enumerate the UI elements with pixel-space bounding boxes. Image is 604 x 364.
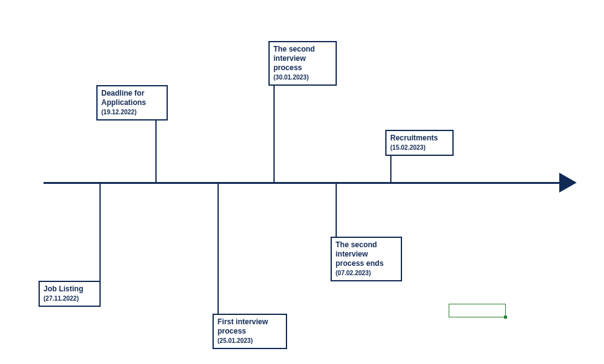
date-recruitments: (15.02.2023) [390, 144, 449, 151]
card-recruitments: Recruitments (15.02.2023) [385, 130, 454, 156]
timeline-arrow-icon [559, 173, 577, 193]
card-first-interview: First interview process (25.01.2023) [213, 314, 287, 349]
timeline-axis [43, 182, 559, 184]
title-recruitments: Recruitments [390, 134, 449, 143]
connector-second-ends [336, 184, 337, 237]
connector-first-interview [217, 184, 219, 314]
connector-second-interview [273, 81, 275, 183]
date-second-interview: (30.01.2023) [273, 74, 332, 81]
card-job-listing: Job Listing (27.11.2022) [39, 281, 101, 307]
connector-job-listing [99, 184, 101, 281]
selection-rectangle[interactable] [449, 304, 506, 317]
card-second-interview: The second interview process (30.01.2023… [268, 41, 337, 86]
title-first-interview: First interview process [217, 317, 282, 336]
resize-handle-icon[interactable] [504, 316, 507, 319]
connector-deadline [155, 116, 157, 183]
title-deadline: Deadline for Applications [101, 89, 163, 107]
card-second-ends: The second interview process ends (07.02… [331, 237, 402, 281]
title-second-interview: The second interview process [273, 45, 332, 73]
title-job-listing: Job Listing [43, 284, 96, 294]
connector-recruitments [390, 152, 391, 183]
card-deadline: Deadline for Applications (19.12.2022) [96, 85, 168, 121]
title-second-ends: The second interview process ends [336, 240, 397, 268]
date-job-listing: (27.11.2022) [43, 295, 96, 302]
date-first-interview: (25.01.2023) [217, 337, 282, 344]
date-deadline: (19.12.2022) [101, 109, 163, 116]
date-second-ends: (07.02.2023) [336, 270, 397, 276]
